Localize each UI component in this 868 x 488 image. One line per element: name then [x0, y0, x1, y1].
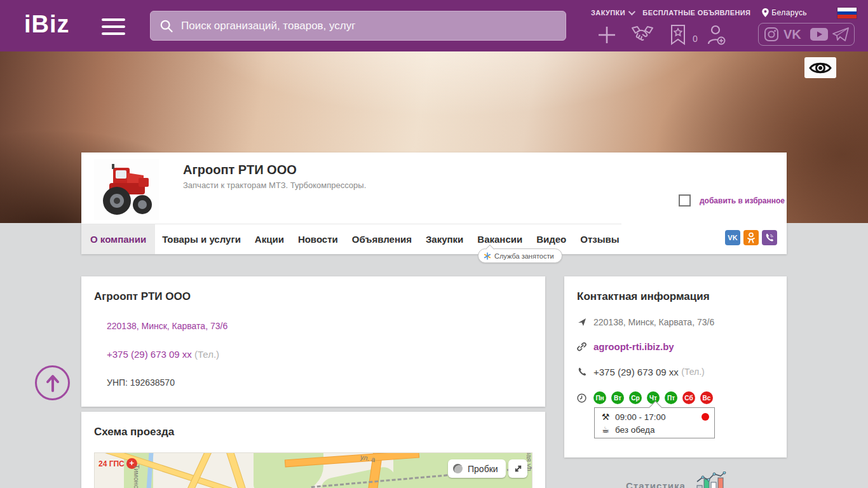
company-logo-tractor[interactable] — [94, 159, 159, 220]
day-badge-2[interactable]: Ср — [629, 391, 642, 404]
favorite-label: добавить в избранное — [700, 196, 785, 205]
search-icon — [159, 19, 173, 33]
tab-2[interactable]: Акции — [248, 224, 291, 254]
about-title: Агроопт РТИ ООО — [94, 290, 532, 303]
add-to-favorites[interactable]: добавить в избранное — [679, 194, 785, 207]
scroll-to-top-button[interactable] — [35, 365, 70, 400]
lunch-info: без обеда — [615, 425, 654, 435]
traffic-label: Пробки — [468, 464, 498, 474]
phone-note: (Тел.) — [194, 349, 219, 360]
location-pin-icon — [762, 8, 769, 17]
telegram-icon[interactable] — [832, 27, 849, 42]
statistics-label: Статистика — [626, 480, 686, 488]
work-tools-icon: ⚒ — [600, 412, 611, 422]
search-bar[interactable] — [150, 11, 566, 41]
vk-share-button[interactable]: VK — [725, 230, 740, 245]
day-badge-4[interactable]: Пт — [665, 391, 677, 404]
about-company-card: Агроопт РТИ ООО 220138, Минск, Карвата, … — [81, 276, 545, 407]
statistics-chart-icon — [695, 471, 728, 488]
tab-5[interactable]: Закупки — [419, 224, 470, 254]
add-user-icon[interactable] — [704, 23, 728, 47]
company-tagline: Запчасти к тракторам МТЗ. Турбокомпрессо… — [183, 180, 366, 190]
header-social-links: VK — [758, 23, 855, 46]
accessibility-eye-button[interactable] — [804, 57, 836, 78]
day-badge-6[interactable]: Вс — [700, 391, 713, 404]
language-flag-russia[interactable] — [837, 8, 857, 18]
chevron-down-icon — [628, 8, 635, 15]
free-ads-link[interactable]: БЕСПЛАТНЫЕ ОБЪЯВЛЕНИЯ — [642, 9, 750, 17]
map-canvas[interactable]: 24 ГПС+ Тимонова ул. а вая ул. Пробки — [94, 452, 532, 488]
purchases-menu[interactable]: ЗАКУПКИ — [591, 9, 634, 17]
bookmarks-icon[interactable] — [666, 23, 690, 47]
contacts-title: Контактная информация — [577, 290, 774, 303]
company-unp: УНП: 192638570 — [107, 377, 532, 388]
tab-4[interactable]: Объявления — [345, 224, 419, 254]
map-gps-label: 24 ГПС+ — [98, 458, 137, 469]
search-input[interactable] — [181, 20, 557, 32]
handshake-partners-icon[interactable] — [630, 23, 654, 47]
statistics-section[interactable]: Статистика — [626, 471, 728, 488]
navigation-arrow-icon — [577, 318, 587, 327]
contact-address: 220138, Минск, Карвата, 73/6 — [593, 317, 714, 327]
viber-button[interactable] — [762, 230, 777, 245]
instagram-icon[interactable] — [764, 27, 779, 42]
working-hours-tooltip: ⚒ 09:00 - 17:00 ☕ без обеда — [594, 407, 715, 438]
favorite-checkbox[interactable] — [679, 194, 691, 207]
add-plus-icon[interactable] — [595, 23, 619, 47]
tab-0[interactable]: О компании — [81, 224, 155, 254]
contact-phone[interactable]: +375 (29) 673 09 xx — [593, 367, 679, 377]
hamburger-menu-icon[interactable] — [102, 18, 125, 35]
company-name: Агроопт РТИ ООО — [183, 163, 297, 177]
expand-arrows-icon — [513, 464, 523, 473]
clock-icon — [577, 393, 587, 403]
link-icon — [577, 342, 587, 351]
arrow-up-icon — [44, 374, 61, 393]
lunch-coffee-icon: ☕ — [600, 424, 611, 435]
employment-service-icon — [484, 252, 491, 260]
day-badge-5[interactable]: Сб — [682, 391, 695, 404]
top-header: iBiz ЗАКУПКИ БЕСПЛАТНЫЕ ОБЪЯВЛЕНИЯ Белар… — [0, 0, 868, 51]
traffic-light-icon — [453, 464, 463, 473]
company-social-buttons: VK — [722, 230, 777, 245]
eye-icon — [809, 60, 832, 76]
day-badge-1[interactable]: Вт — [611, 391, 624, 404]
ibiz-logo[interactable]: iBiz — [24, 11, 70, 38]
youtube-icon[interactable] — [810, 28, 828, 41]
phone-icon — [577, 367, 587, 376]
tab-8[interactable]: Отзывы — [573, 224, 626, 254]
directions-card: Схема проезда 24 ГПС+ Тимонова ул. а вая… — [81, 412, 545, 488]
employment-service-badge[interactable]: Служба занятости — [478, 248, 562, 263]
bookmarks-count: 0 — [693, 34, 698, 44]
company-website-link[interactable]: agroopt-rti.ibiz.by — [593, 341, 674, 352]
working-hours: 09:00 - 17:00 — [615, 412, 666, 422]
street-label: Тимонова — [133, 464, 140, 488]
vk-icon[interactable]: VK — [783, 27, 805, 41]
employment-service-label: Служба занятости — [494, 252, 554, 260]
header-top-links: ЗАКУПКИ БЕСПЛАТНЫЕ ОБЪЯВЛЕНИЯ Беларусь — [591, 8, 807, 17]
company-header-card: Агроопт РТИ ООО Запчасти к тракторам МТЗ… — [81, 152, 787, 254]
header-icon-row: 0 — [595, 23, 740, 47]
closed-now-indicator — [702, 413, 709, 421]
tab-3[interactable]: Новости — [291, 224, 345, 254]
day-badge-0[interactable]: Пн — [593, 391, 606, 404]
company-address-link[interactable]: 220138, Минск, Карвата, 73/6 — [107, 321, 227, 331]
phone-note: (Тел.) — [681, 367, 704, 377]
odnoklassniki-button[interactable] — [743, 230, 759, 245]
traffic-toggle-button[interactable]: Пробки — [448, 459, 506, 478]
tab-1[interactable]: Товары и услуги — [155, 224, 248, 254]
company-phone-link[interactable]: +375 (29) 673 09 xx — [107, 349, 192, 360]
map-title: Схема проезда — [94, 426, 532, 438]
svg-text:VK: VK — [783, 27, 801, 41]
map-fullscreen-button[interactable] — [508, 459, 527, 478]
contact-info-card: Контактная информация 220138, Минск, Кар… — [564, 276, 787, 458]
country-selector[interactable]: Беларусь — [762, 8, 807, 17]
